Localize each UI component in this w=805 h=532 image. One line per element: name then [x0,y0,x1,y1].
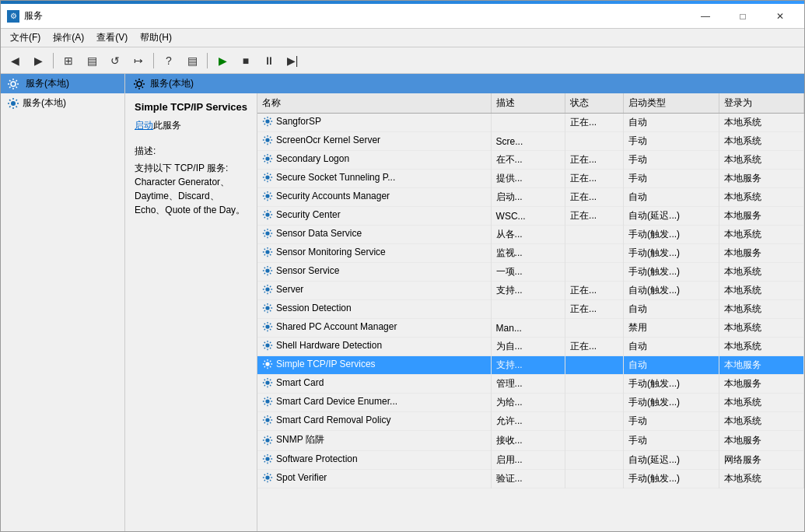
maximize-button[interactable]: □ [725,5,761,27]
table-row[interactable]: Simple TCP/IP Services支持...自动本地服务 [257,356,804,375]
col-header-name[interactable]: 名称 [257,93,491,114]
play-button[interactable]: ▶ [212,51,233,71]
col-header-startup[interactable]: 启动类型 [624,93,719,114]
table-row[interactable]: Shared PC Account ManagerMan...禁用本地系统 [257,319,804,338]
table-row[interactable]: Secure Socket Tunneling P...提供...正在...手动… [257,170,804,188]
cell-status: 正在... [565,338,624,356]
cell-desc: 支持... [491,356,565,375]
cell-desc: 一项... [491,263,565,282]
service-icon [262,377,273,388]
cell-name: Sensor Data Service [257,226,491,244]
table-row[interactable]: Smart Card管理...手动(触发...)本地服务 [257,375,804,394]
export-button[interactable]: ↦ [128,51,149,71]
menu-bar: 文件(F) 操作(A) 查看(V) 帮助(H) [1,29,804,47]
cell-desc: 为自... [491,338,565,356]
sidebar-services-label: 服务(本地) [23,96,66,110]
table-row[interactable]: Smart Card Removal Policy允许...手动本地系统 [257,412,804,431]
services-table-wrap[interactable]: 名称 描述 状态 启动类型 登录为 SangforSP正在...自动本地系统 [257,93,804,531]
cell-login: 本地服务 [719,170,803,188]
service-icon [262,135,273,145]
right-header-text: 服务(本地) [150,77,194,90]
help-button[interactable]: ? [158,51,180,71]
table-row[interactable]: SNMP 陷阱接收...手动本地服务 [257,431,804,451]
cell-startup: 手动(触发...) [624,226,719,244]
cell-login: 本地系统 [719,132,803,151]
cell-status: 正在... [565,188,624,207]
cell-status [565,356,624,375]
detail-start-link[interactable]: 启动 [135,120,153,131]
svg-point-8 [265,212,269,216]
menu-action[interactable]: 操作(A) [47,30,90,46]
pause-button[interactable]: ⏸ [258,51,280,71]
cell-name: SangforSP [257,114,491,132]
table-row[interactable]: Sensor Monitoring Service监视...手动(触发...)本… [257,244,804,263]
cell-name: ScreenOcr Kernel Server [257,132,491,151]
refresh-button[interactable]: ↺ [104,51,126,71]
cell-status [565,450,624,469]
table-row[interactable]: Sensor Data Service从各...手动(触发...)本地系统 [257,226,804,244]
service-icon [262,116,273,127]
cell-desc: 在不... [491,151,565,170]
gear-icon-right-header [133,78,145,90]
menu-view[interactable]: 查看(V) [90,30,134,46]
detail-action: 启动此服务 [135,119,247,132]
service-icon [262,191,273,201]
table-row[interactable]: Server支持...正在...自动(触发...)本地系统 [257,282,804,300]
svg-point-6 [265,175,269,179]
minimize-button[interactable]: — [688,5,723,27]
cell-login: 本地系统 [719,282,803,300]
col-header-desc[interactable]: 描述 [491,93,565,114]
up-button[interactable]: ▤ [81,51,103,71]
cell-startup: 禁用 [624,319,719,338]
cell-login: 本地服务 [719,244,803,263]
table-row[interactable]: Secondary Logon在不...正在...手动本地系统 [257,151,804,170]
table-row[interactable]: Smart Card Device Enumer...为给...手动(触发...… [257,394,804,412]
svg-point-20 [265,438,269,442]
table-row[interactable]: Shell Hardware Detection为自...正在...自动本地系统 [257,338,804,356]
svg-point-4 [265,138,269,142]
close-button[interactable]: ✕ [762,5,798,27]
table-row[interactable]: Session Detection正在...自动本地系统 [257,300,804,319]
cell-startup: 自动(触发...) [624,282,719,300]
table-row[interactable]: Sensor Service一项...手动(触发...)本地系统 [257,263,804,282]
col-header-status[interactable]: 状态 [565,93,624,114]
service-icon [262,453,273,464]
cell-status [565,132,624,151]
menu-help[interactable]: 帮助(H) [134,30,178,46]
show-console-button[interactable]: ⊞ [58,51,79,71]
cell-status: 正在... [565,300,624,319]
col-header-login[interactable]: 登录为 [719,93,803,114]
table-row[interactable]: Security Accounts Manager启动...正在...自动本地系… [257,188,804,207]
back-button[interactable]: ◀ [4,51,26,71]
cell-name: Sensor Service [257,263,491,282]
cell-status: 正在... [565,282,624,300]
forward-button[interactable]: ▶ [27,51,49,71]
detail-desc-title: 描述: [135,145,247,158]
cell-login: 本地系统 [719,338,803,356]
sidebar-item-services[interactable]: 服务(本地) [1,93,124,113]
table-row[interactable]: Software Protection启用...自动(延迟...)网络服务 [257,450,804,469]
service-icon [262,303,273,313]
table-row[interactable]: Security CenterWSC...正在...自动(延迟...)本地服务 [257,207,804,226]
cell-startup: 手动 [624,170,719,188]
window-controls: — □ ✕ [688,5,798,27]
cell-startup: 自动(延迟...) [624,450,719,469]
table-row[interactable]: SangforSP正在...自动本地系统 [257,114,804,132]
cell-login: 本地系统 [719,412,803,431]
list-button[interactable]: ▤ [181,51,203,71]
cell-status [565,469,624,488]
menu-file[interactable]: 文件(F) [4,30,47,46]
cell-status: 正在... [565,207,624,226]
cell-desc: 启用... [491,450,565,469]
cell-desc: 启动... [491,188,565,207]
restart-button[interactable]: ▶| [282,51,303,71]
svg-point-13 [265,306,269,310]
cell-startup: 自动 [624,338,719,356]
table-row[interactable]: ScreenOcr Kernel ServerScre...手动本地系统 [257,132,804,151]
svg-point-2 [137,82,142,86]
table-row[interactable]: Spot Verifier验证...手动(触发...)本地系统 [257,469,804,488]
svg-point-14 [265,324,269,328]
cell-startup: 自动 [624,300,719,319]
stop-button[interactable]: ■ [235,51,257,71]
gear-icon-services [7,97,19,110]
